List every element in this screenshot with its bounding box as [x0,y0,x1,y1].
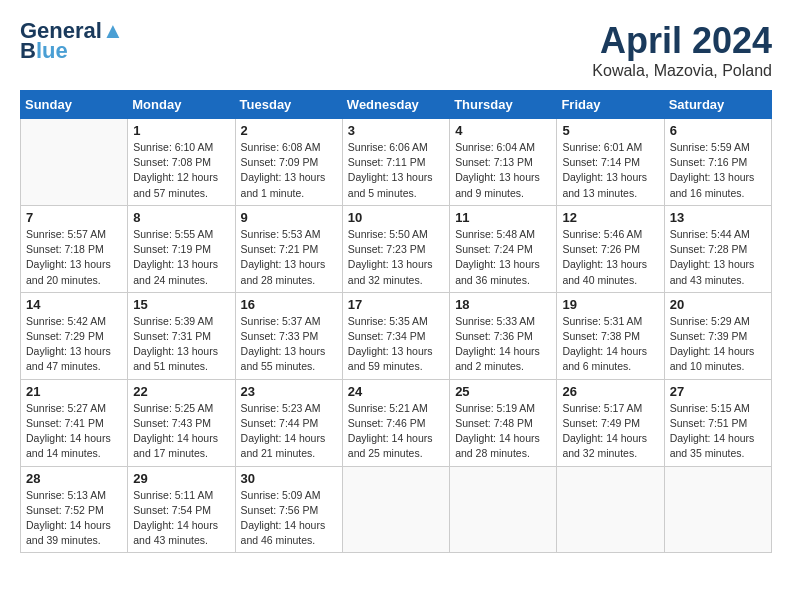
day-info: Sunrise: 5:37 AM Sunset: 7:33 PM Dayligh… [241,314,337,375]
calendar-cell: 27Sunrise: 5:15 AM Sunset: 7:51 PM Dayli… [664,379,771,466]
calendar-week-4: 21Sunrise: 5:27 AM Sunset: 7:41 PM Dayli… [21,379,772,466]
day-number: 22 [133,384,229,399]
day-info: Sunrise: 5:33 AM Sunset: 7:36 PM Dayligh… [455,314,551,375]
day-info: Sunrise: 5:09 AM Sunset: 7:56 PM Dayligh… [241,488,337,549]
calendar-cell [664,466,771,553]
day-info: Sunrise: 5:27 AM Sunset: 7:41 PM Dayligh… [26,401,122,462]
day-number: 29 [133,471,229,486]
calendar-cell: 22Sunrise: 5:25 AM Sunset: 7:43 PM Dayli… [128,379,235,466]
day-info: Sunrise: 5:19 AM Sunset: 7:48 PM Dayligh… [455,401,551,462]
day-number: 21 [26,384,122,399]
calendar-cell: 21Sunrise: 5:27 AM Sunset: 7:41 PM Dayli… [21,379,128,466]
day-number: 18 [455,297,551,312]
day-info: Sunrise: 5:55 AM Sunset: 7:19 PM Dayligh… [133,227,229,288]
calendar-cell: 9Sunrise: 5:53 AM Sunset: 7:21 PM Daylig… [235,205,342,292]
day-info: Sunrise: 6:04 AM Sunset: 7:13 PM Dayligh… [455,140,551,201]
calendar-week-1: 1Sunrise: 6:10 AM Sunset: 7:08 PM Daylig… [21,119,772,206]
header-tuesday: Tuesday [235,91,342,119]
day-number: 2 [241,123,337,138]
calendar-cell: 6Sunrise: 5:59 AM Sunset: 7:16 PM Daylig… [664,119,771,206]
calendar-cell [21,119,128,206]
day-number: 7 [26,210,122,225]
day-number: 14 [26,297,122,312]
header-sunday: Sunday [21,91,128,119]
day-info: Sunrise: 5:23 AM Sunset: 7:44 PM Dayligh… [241,401,337,462]
calendar-week-5: 28Sunrise: 5:13 AM Sunset: 7:52 PM Dayli… [21,466,772,553]
calendar-cell: 13Sunrise: 5:44 AM Sunset: 7:28 PM Dayli… [664,205,771,292]
day-number: 30 [241,471,337,486]
page-header: General▲ Blue April 2024 Kowala, Mazovia… [20,20,772,80]
day-info: Sunrise: 5:46 AM Sunset: 7:26 PM Dayligh… [562,227,658,288]
day-number: 27 [670,384,766,399]
calendar-cell: 12Sunrise: 5:46 AM Sunset: 7:26 PM Dayli… [557,205,664,292]
header-wednesday: Wednesday [342,91,449,119]
day-number: 16 [241,297,337,312]
day-number: 5 [562,123,658,138]
day-info: Sunrise: 5:48 AM Sunset: 7:24 PM Dayligh… [455,227,551,288]
header-monday: Monday [128,91,235,119]
day-info: Sunrise: 5:13 AM Sunset: 7:52 PM Dayligh… [26,488,122,549]
day-info: Sunrise: 6:08 AM Sunset: 7:09 PM Dayligh… [241,140,337,201]
day-info: Sunrise: 5:57 AM Sunset: 7:18 PM Dayligh… [26,227,122,288]
calendar-cell: 19Sunrise: 5:31 AM Sunset: 7:38 PM Dayli… [557,292,664,379]
day-info: Sunrise: 5:50 AM Sunset: 7:23 PM Dayligh… [348,227,444,288]
calendar-cell: 14Sunrise: 5:42 AM Sunset: 7:29 PM Dayli… [21,292,128,379]
day-number: 20 [670,297,766,312]
calendar-cell [342,466,449,553]
day-info: Sunrise: 5:42 AM Sunset: 7:29 PM Dayligh… [26,314,122,375]
day-number: 11 [455,210,551,225]
calendar-week-3: 14Sunrise: 5:42 AM Sunset: 7:29 PM Dayli… [21,292,772,379]
calendar-cell [557,466,664,553]
calendar-header-row: SundayMondayTuesdayWednesdayThursdayFrid… [21,91,772,119]
calendar-cell: 30Sunrise: 5:09 AM Sunset: 7:56 PM Dayli… [235,466,342,553]
calendar-cell: 16Sunrise: 5:37 AM Sunset: 7:33 PM Dayli… [235,292,342,379]
day-number: 23 [241,384,337,399]
day-info: Sunrise: 5:35 AM Sunset: 7:34 PM Dayligh… [348,314,444,375]
calendar-week-2: 7Sunrise: 5:57 AM Sunset: 7:18 PM Daylig… [21,205,772,292]
header-friday: Friday [557,91,664,119]
logo-line2: Blue [20,38,68,64]
logo: General▲ Blue [20,20,124,64]
day-number: 17 [348,297,444,312]
day-number: 3 [348,123,444,138]
calendar-cell: 11Sunrise: 5:48 AM Sunset: 7:24 PM Dayli… [450,205,557,292]
day-number: 6 [670,123,766,138]
title-block: April 2024 Kowala, Mazovia, Poland [592,20,772,80]
day-number: 12 [562,210,658,225]
calendar-cell: 17Sunrise: 5:35 AM Sunset: 7:34 PM Dayli… [342,292,449,379]
day-info: Sunrise: 5:25 AM Sunset: 7:43 PM Dayligh… [133,401,229,462]
calendar-table: SundayMondayTuesdayWednesdayThursdayFrid… [20,90,772,553]
calendar-cell: 26Sunrise: 5:17 AM Sunset: 7:49 PM Dayli… [557,379,664,466]
day-number: 19 [562,297,658,312]
day-info: Sunrise: 5:31 AM Sunset: 7:38 PM Dayligh… [562,314,658,375]
calendar-cell: 25Sunrise: 5:19 AM Sunset: 7:48 PM Dayli… [450,379,557,466]
day-info: Sunrise: 5:21 AM Sunset: 7:46 PM Dayligh… [348,401,444,462]
day-number: 25 [455,384,551,399]
day-number: 13 [670,210,766,225]
header-thursday: Thursday [450,91,557,119]
day-number: 9 [241,210,337,225]
day-info: Sunrise: 5:59 AM Sunset: 7:16 PM Dayligh… [670,140,766,201]
calendar-cell: 20Sunrise: 5:29 AM Sunset: 7:39 PM Dayli… [664,292,771,379]
calendar-cell: 18Sunrise: 5:33 AM Sunset: 7:36 PM Dayli… [450,292,557,379]
day-number: 8 [133,210,229,225]
calendar-cell: 15Sunrise: 5:39 AM Sunset: 7:31 PM Dayli… [128,292,235,379]
calendar-cell: 7Sunrise: 5:57 AM Sunset: 7:18 PM Daylig… [21,205,128,292]
day-info: Sunrise: 6:06 AM Sunset: 7:11 PM Dayligh… [348,140,444,201]
calendar-cell: 2Sunrise: 6:08 AM Sunset: 7:09 PM Daylig… [235,119,342,206]
day-number: 1 [133,123,229,138]
day-number: 4 [455,123,551,138]
calendar-cell: 5Sunrise: 6:01 AM Sunset: 7:14 PM Daylig… [557,119,664,206]
day-info: Sunrise: 5:29 AM Sunset: 7:39 PM Dayligh… [670,314,766,375]
day-info: Sunrise: 5:15 AM Sunset: 7:51 PM Dayligh… [670,401,766,462]
calendar-cell [450,466,557,553]
day-info: Sunrise: 5:53 AM Sunset: 7:21 PM Dayligh… [241,227,337,288]
calendar-cell: 8Sunrise: 5:55 AM Sunset: 7:19 PM Daylig… [128,205,235,292]
calendar-cell: 3Sunrise: 6:06 AM Sunset: 7:11 PM Daylig… [342,119,449,206]
day-info: Sunrise: 6:01 AM Sunset: 7:14 PM Dayligh… [562,140,658,201]
calendar-cell: 28Sunrise: 5:13 AM Sunset: 7:52 PM Dayli… [21,466,128,553]
day-info: Sunrise: 5:39 AM Sunset: 7:31 PM Dayligh… [133,314,229,375]
location-subtitle: Kowala, Mazovia, Poland [592,62,772,80]
calendar-cell: 29Sunrise: 5:11 AM Sunset: 7:54 PM Dayli… [128,466,235,553]
day-info: Sunrise: 5:44 AM Sunset: 7:28 PM Dayligh… [670,227,766,288]
